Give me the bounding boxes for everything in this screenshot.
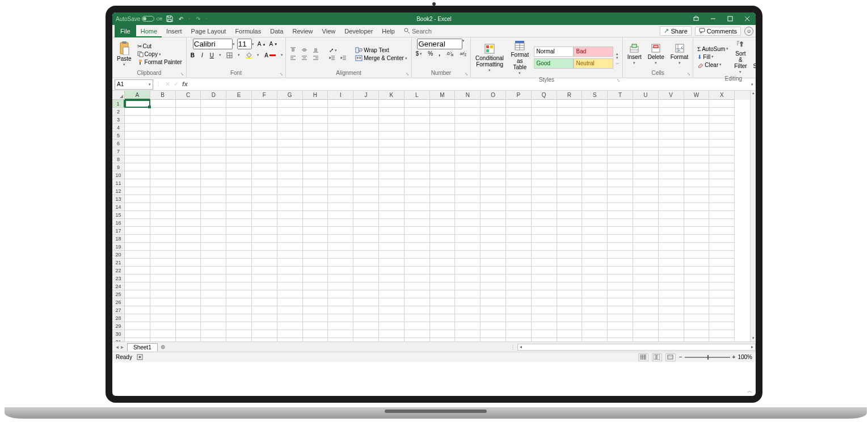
cell[interactable] — [608, 235, 633, 243]
cell[interactable] — [379, 155, 404, 163]
cell[interactable] — [201, 108, 226, 116]
cell[interactable] — [506, 116, 532, 124]
cell[interactable] — [252, 140, 277, 147]
cell[interactable] — [125, 235, 150, 243]
cell[interactable] — [633, 298, 659, 306]
cell[interactable] — [506, 298, 532, 306]
cell[interactable] — [506, 219, 532, 227]
cell[interactable] — [633, 179, 659, 187]
cell[interactable] — [430, 322, 456, 330]
cell[interactable] — [277, 100, 303, 108]
row-header[interactable]: 7 — [112, 147, 125, 155]
cell[interactable] — [353, 251, 379, 259]
cell[interactable] — [608, 203, 633, 211]
cell[interactable] — [684, 108, 710, 116]
cell[interactable] — [303, 306, 328, 314]
cell[interactable] — [608, 330, 633, 338]
cell[interactable] — [532, 163, 557, 171]
cell[interactable] — [176, 140, 201, 147]
cell[interactable] — [455, 100, 481, 108]
cell[interactable] — [659, 179, 684, 187]
cell[interactable] — [277, 306, 303, 314]
cell[interactable] — [201, 171, 226, 179]
cell[interactable] — [709, 267, 735, 275]
cell[interactable] — [430, 330, 456, 338]
cell[interactable] — [125, 100, 150, 108]
cell[interactable] — [277, 259, 303, 267]
cell[interactable] — [430, 219, 456, 227]
cell[interactable] — [633, 330, 659, 338]
cell[interactable] — [303, 171, 328, 179]
increase-decimal[interactable]: .0.00 — [444, 50, 455, 57]
cell[interactable] — [608, 155, 633, 163]
cell[interactable] — [684, 187, 710, 195]
cell[interactable] — [404, 338, 430, 341]
cell[interactable] — [455, 171, 481, 179]
cell[interactable] — [226, 140, 252, 147]
cell[interactable] — [684, 322, 710, 330]
cell[interactable] — [582, 124, 608, 132]
row-header[interactable]: 6 — [112, 140, 125, 147]
cell[interactable] — [506, 338, 532, 341]
cell[interactable] — [506, 100, 532, 108]
cell[interactable] — [303, 155, 328, 163]
cell[interactable] — [226, 243, 252, 251]
cell[interactable] — [353, 259, 379, 267]
cell[interactable] — [633, 322, 659, 330]
cell[interactable] — [709, 227, 735, 235]
decrease-decimal[interactable]: .00.0 — [457, 50, 468, 57]
cell[interactable] — [455, 140, 481, 147]
view-page-break[interactable] — [665, 353, 676, 361]
select-all-corner[interactable] — [112, 91, 125, 100]
cell[interactable] — [303, 322, 328, 330]
cell[interactable] — [532, 259, 557, 267]
cell[interactable] — [684, 298, 710, 306]
cell[interactable] — [430, 108, 456, 116]
cell[interactable] — [277, 298, 303, 306]
cell[interactable] — [379, 306, 404, 314]
cell[interactable] — [150, 140, 176, 147]
cell[interactable] — [481, 116, 506, 124]
cell[interactable] — [659, 203, 684, 211]
cell[interactable] — [532, 124, 557, 132]
cell[interactable] — [709, 116, 735, 124]
cell[interactable] — [201, 132, 226, 140]
cell[interactable] — [150, 179, 176, 187]
cell[interactable] — [328, 187, 353, 195]
row-header[interactable]: 28 — [112, 314, 125, 322]
cell[interactable] — [176, 100, 201, 108]
cell[interactable] — [404, 187, 430, 195]
orientation-button[interactable]: ⤢▾ — [327, 47, 339, 54]
cell[interactable] — [201, 243, 226, 251]
cell[interactable] — [150, 116, 176, 124]
cell[interactable] — [176, 203, 201, 211]
cell[interactable] — [201, 147, 226, 155]
cell[interactable] — [455, 116, 481, 124]
cell[interactable] — [633, 282, 659, 290]
cell[interactable] — [633, 195, 659, 203]
cell[interactable] — [303, 219, 328, 227]
cell[interactable] — [252, 314, 277, 322]
zoom-out[interactable]: − — [679, 354, 682, 360]
cell[interactable] — [226, 219, 252, 227]
cell[interactable] — [125, 116, 150, 124]
cell[interactable] — [684, 267, 710, 275]
cell[interactable] — [328, 163, 353, 171]
cell[interactable] — [176, 282, 201, 290]
cell[interactable] — [633, 219, 659, 227]
cell[interactable] — [328, 235, 353, 243]
cell[interactable] — [709, 251, 735, 259]
cell[interactable] — [506, 259, 532, 267]
cell[interactable] — [532, 140, 557, 147]
cell[interactable] — [659, 290, 684, 298]
cell[interactable] — [303, 124, 328, 132]
cell[interactable] — [404, 179, 430, 187]
cell[interactable] — [532, 211, 557, 219]
cell[interactable] — [353, 290, 379, 298]
cell[interactable] — [125, 163, 150, 171]
cell[interactable] — [303, 259, 328, 267]
cell[interactable] — [328, 219, 353, 227]
cell[interactable] — [430, 195, 456, 203]
cell[interactable] — [709, 100, 735, 108]
underline-button[interactable]: U — [208, 52, 216, 59]
